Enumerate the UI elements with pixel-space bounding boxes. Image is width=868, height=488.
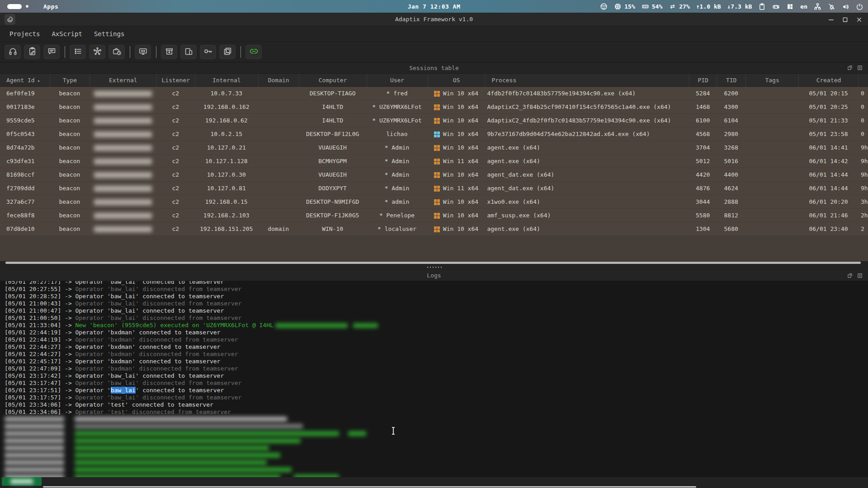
column-header-created[interactable]: Created <box>798 74 859 87</box>
chat-button[interactable] <box>43 45 60 59</box>
column-header-tags[interactable]: Tags <box>745 74 798 87</box>
sessions-popout-icon[interactable] <box>847 65 853 70</box>
table-row[interactable]: 327a6c77beaconc2192.168.0.15DESKTOP-N9MI… <box>0 195 868 209</box>
notifications-muted-icon[interactable] <box>828 3 835 10</box>
cell-tags <box>745 127 798 141</box>
cell-domain <box>258 168 299 182</box>
cell-tid: 6104 <box>717 114 745 127</box>
clipboard-tray-icon[interactable] <box>758 3 766 10</box>
cell-computer: I4HLTD <box>299 114 367 127</box>
close-button[interactable] <box>856 16 863 23</box>
tunnels-link-button[interactable] <box>245 45 262 59</box>
panel-splitter[interactable] <box>0 264 868 270</box>
headphones-button[interactable] <box>5 45 21 59</box>
maximize-button[interactable] <box>842 16 849 23</box>
share-nodes-button[interactable] <box>89 45 105 59</box>
cell-os: Win 10 x64 <box>428 100 485 114</box>
cell-listener: c2 <box>156 114 195 127</box>
log-line: [05/01 22:44:27] -> Operator 'bxdman' di… <box>0 351 868 358</box>
column-header-domain[interactable]: Domain <box>258 74 299 87</box>
cell-process: 4fdb2f0fb7c01483b57759e194394c90.exe (x6… <box>485 87 689 100</box>
devices-button[interactable] <box>180 45 197 59</box>
sessions-horizontal-scrollbar[interactable] <box>5 262 861 264</box>
external-ip-redacted <box>94 159 152 164</box>
panels-icon[interactable] <box>786 3 794 10</box>
column-header-os[interactable]: OS <box>428 74 485 87</box>
table-row[interactable]: 9559cde5beaconc2192.168.0.62I4HLTD* UZ6Y… <box>0 114 868 127</box>
cell-tags <box>745 222 798 236</box>
network-transfer-icon[interactable] <box>669 3 676 10</box>
table-row[interactable]: fece88f8beaconc2192.168.2.103DESKTOP-F1J… <box>0 209 868 222</box>
column-header-type[interactable]: Type <box>50 74 90 87</box>
cell-pid: 4420 <box>689 168 717 182</box>
minimize-button[interactable] <box>828 16 835 23</box>
column-header-tid[interactable]: TID <box>717 74 745 87</box>
cell-internal: 192.168.2.103 <box>195 209 258 222</box>
cell-edge: 2 <box>859 222 868 236</box>
redacted-log-line <box>0 416 868 423</box>
column-header-process[interactable]: Process <box>485 74 689 87</box>
downloads-button[interactable] <box>161 45 177 59</box>
sessions-close-panel-icon[interactable] <box>857 65 863 70</box>
cell-agent_id: 9559cde5 <box>0 114 50 127</box>
cell-domain <box>258 87 299 100</box>
column-header-pid[interactable]: PID <box>689 74 717 87</box>
ethernet-icon[interactable] <box>814 3 821 10</box>
redacted-log-line <box>0 474 868 477</box>
cell-process: agent_dat.exe (x64) <box>485 168 689 182</box>
gamepad-icon[interactable] <box>772 3 780 10</box>
column-header-computer[interactable]: Computer <box>299 74 367 87</box>
window-title: Adaptix Framework v1.0 <box>0 13 868 26</box>
log-line: [05/01 22:44:19] -> Operator 'bxdman' co… <box>0 329 868 336</box>
screenshots-button[interactable] <box>219 45 236 59</box>
memory-icon[interactable] <box>642 3 649 10</box>
keyboard-layout[interactable]: en <box>800 3 807 10</box>
cell-external <box>90 182 156 195</box>
table-row[interactable]: f2709dddbeaconc210.127.0.81DODYXPYT* Adm… <box>0 182 868 195</box>
task-list-button[interactable] <box>70 45 86 59</box>
column-header-agent_id[interactable]: Agent Id▴ <box>0 74 50 87</box>
cell-domain <box>258 209 299 222</box>
table-row[interactable]: 0017183ebeaconc2192.168.0.162I4HLTD* UZ6… <box>0 100 868 114</box>
toolbar-separator <box>65 46 65 58</box>
table-row[interactable]: 0f5c0543beaconc210.0.2.15DESKTOP-BF12L0G… <box>0 127 868 141</box>
cell-agent_id: 81698ccf <box>0 168 50 182</box>
credentials-key-button[interactable] <box>200 45 216 59</box>
power-icon[interactable] <box>856 3 863 10</box>
logs-close-panel-icon[interactable] <box>857 273 863 278</box>
table-row[interactable]: 81698ccfbeaconc210.127.0.30VUAUEGIH* Adm… <box>0 168 868 182</box>
cell-tags <box>745 87 798 100</box>
menu-projects[interactable]: Projects <box>4 28 46 39</box>
log-line: [05/01 22:44:19] -> Operator 'bxdman' di… <box>0 336 868 343</box>
cell-computer: I4HLTD <box>299 100 367 114</box>
cell-pid: 3704 <box>689 141 717 155</box>
remote-terminal-button[interactable] <box>135 45 151 59</box>
jobs-clock-button[interactable] <box>108 45 125 59</box>
menu-axscript[interactable]: AxScript <box>46 28 88 39</box>
column-header-listener[interactable]: Listener <box>156 74 195 87</box>
cell-user: lichao <box>367 127 428 141</box>
windows-logo-icon <box>434 104 440 110</box>
table-row[interactable]: 8d74a72bbeaconc210.127.0.21VUAUEGIH* Adm… <box>0 141 868 155</box>
column-header-edge[interactable] <box>859 74 868 87</box>
tray-face-icon[interactable] <box>600 3 608 10</box>
column-header-external[interactable]: External <box>90 74 156 87</box>
log-message: Operator 'bxdman' connected to teamserve… <box>75 358 221 365</box>
clipboard-edit-button[interactable] <box>24 45 40 59</box>
footer-action-button[interactable] <box>2 477 42 486</box>
menu-settings[interactable]: Settings <box>88 28 130 39</box>
column-header-internal[interactable]: Internal <box>195 74 258 87</box>
logs-popout-icon[interactable] <box>847 273 853 278</box>
logs-output[interactable]: [05/01 20:27:17] -> Operator 'baw_lai' c… <box>0 281 868 477</box>
os-label: Win 10 x64 <box>443 100 478 114</box>
cell-user: * Penelope <box>367 209 428 222</box>
column-header-user[interactable]: User <box>367 74 428 87</box>
table-row[interactable]: 07d8de10beaconc2192.168.151.205domainWIN… <box>0 222 868 236</box>
volume-icon[interactable] <box>842 3 849 10</box>
cell-edge: 2h <box>859 209 868 222</box>
table-row[interactable]: c93dfe31beaconc210.127.1.128BCMHYGPM* Ad… <box>0 155 868 168</box>
logs-bottom-scrollbar[interactable] <box>43 486 696 488</box>
os-label: Win 10 x64 <box>443 114 478 127</box>
table-row[interactable]: 6ef0fe19beaconc210.0.7.33DESKTOP-TIAGO* … <box>0 87 868 100</box>
cpu-icon[interactable] <box>614 3 622 10</box>
